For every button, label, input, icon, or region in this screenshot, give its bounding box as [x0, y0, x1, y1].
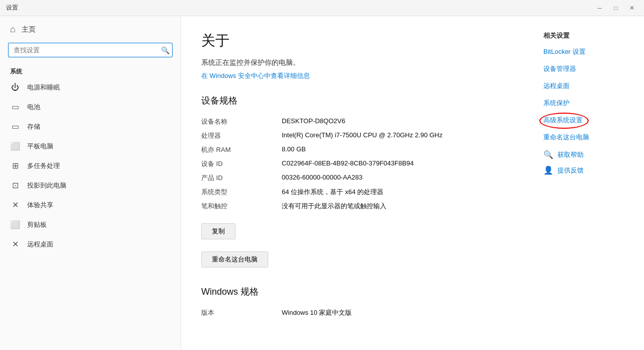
title-bar: 设置 ─ □ ✕ — [0, 0, 644, 16]
device-id-label: 设备 ID — [201, 159, 282, 168]
battery-icon: ▭ — [10, 102, 20, 112]
sidebar-item-remote[interactable]: ✕ 远程桌面 — [0, 234, 181, 254]
bitlocker-link[interactable]: BitLocker 设置 — [543, 47, 634, 56]
feedback-icon: 👤 — [543, 165, 553, 175]
windows-version-label: 版本 — [201, 308, 282, 317]
window-title: 设置 — [6, 4, 18, 12]
windows-version-row: 版本 Windows 10 家庭中文版 — [201, 306, 513, 320]
tablet-icon: ⬜ — [10, 141, 20, 151]
advanced-settings-text: 高级系统设置 — [543, 116, 583, 125]
sidebar-home-label: 主页 — [22, 25, 36, 34]
sidebar-item-multitask[interactable]: ⊞ 多任务处理 — [0, 156, 181, 176]
sidebar-item-label: 远程桌面 — [27, 240, 53, 249]
content-area: ⌂ 主页 🔍 系统 ⏻ 电源和睡眠 ▭ 电池 ▭ 存储 — [0, 16, 644, 350]
power-icon: ⏻ — [10, 83, 20, 92]
sidebar-item-storage[interactable]: ▭ 存储 — [0, 117, 181, 136]
device-id-row: 设备 ID C022964F-08EB-4B92-8CB0-379F043F8B… — [201, 157, 513, 171]
processor-label: 处理器 — [201, 131, 282, 140]
window-controls: ─ □ ✕ — [594, 2, 638, 14]
sidebar-item-label: 剪贴板 — [27, 220, 47, 229]
processor-value: Intel(R) Core(TM) i7-7500U CPU @ 2.70GHz… — [282, 131, 513, 140]
sidebar-section-title: 系统 — [0, 63, 181, 78]
windows-version-value: Windows 10 家庭中文版 — [282, 308, 513, 317]
sidebar-item-label: 存储 — [27, 122, 40, 131]
device-manager-link[interactable]: 设备管理器 — [543, 64, 634, 73]
processor-row: 处理器 Intel(R) Core(TM) i7-7500U CPU @ 2.7… — [201, 129, 513, 143]
share-icon: ✕ — [10, 200, 20, 210]
storage-icon: ▭ — [10, 122, 20, 131]
sidebar-item-project[interactable]: ⊡ 投影到此电脑 — [0, 176, 181, 195]
device-specs-title: 设备规格 — [201, 95, 513, 107]
system-type-value: 64 位操作系统，基于 x64 的处理器 — [282, 188, 513, 197]
ram-label: 机亦 RAM — [201, 145, 282, 154]
clipboard-icon: ⬜ — [10, 220, 20, 229]
feedback-label: 提供反馈 — [557, 166, 584, 175]
sidebar-item-tablet[interactable]: ⬜ 平板电脑 — [0, 136, 181, 156]
maximize-button[interactable]: □ — [610, 2, 622, 14]
help-icon: 🔍 — [543, 150, 553, 159]
sidebar-item-share[interactable]: ✕ 体验共享 — [0, 195, 181, 215]
related-settings-panel: 相关设置 BitLocker 设置 设备管理器 远程桌面 系统保护 高级系统设置… — [533, 16, 644, 350]
search-box: 🔍 — [8, 43, 173, 57]
system-protection-link[interactable]: 系统保护 — [543, 99, 634, 108]
main-content: 关于 系统正在监控并保护你的电脑。 在 Windows 安全中心中查看详细信息 … — [181, 16, 533, 350]
product-id-row: 产品 ID 00326-60000-00000-AA283 — [201, 171, 513, 185]
search-icon[interactable]: 🔍 — [161, 46, 170, 54]
security-center-link[interactable]: 在 Windows 安全中心中查看详细信息 — [201, 71, 513, 80]
advanced-settings-link[interactable]: 高级系统设置 — [543, 116, 634, 125]
sidebar: ⌂ 主页 🔍 系统 ⏻ 电源和睡眠 ▭ 电池 ▭ 存储 — [0, 16, 181, 350]
rename-pc-link[interactable]: 重命名这台电脑 — [543, 133, 634, 142]
device-name-label: 设备名称 — [201, 117, 282, 126]
product-id-label: 产品 ID — [201, 173, 282, 183]
remote-desktop-link[interactable]: 远程桌面 — [543, 81, 634, 91]
sidebar-item-label: 电源和睡眠 — [27, 83, 60, 92]
home-icon: ⌂ — [10, 24, 16, 35]
pen-touch-label: 笔和触控 — [201, 202, 282, 211]
sidebar-item-label: 电池 — [27, 103, 40, 112]
sidebar-home[interactable]: ⌂ 主页 — [0, 16, 181, 43]
sidebar-item-battery[interactable]: ▭ 电池 — [0, 97, 181, 117]
device-id-value: C022964F-08EB-4B92-8CB0-379F043F8B94 — [282, 159, 513, 168]
copy-button[interactable]: 复制 — [201, 223, 235, 239]
pen-touch-value: 没有可用于此显示器的笔或触控输入 — [282, 202, 513, 211]
security-status: 系统正在监控并保护你的电脑。 — [201, 58, 513, 67]
feedback-link[interactable]: 👤 提供反馈 — [543, 165, 634, 175]
close-button[interactable]: ✕ — [626, 2, 638, 14]
page-title: 关于 — [201, 31, 513, 50]
device-info-table: 设备名称 DESKTOP-D8QO2V6 处理器 Intel(R) Core(T… — [201, 115, 513, 213]
sidebar-item-label: 体验共享 — [27, 201, 53, 210]
windows-specs-title: Windows 规格 — [201, 286, 513, 298]
sidebar-item-label: 平板电脑 — [27, 142, 53, 151]
product-id-value: 00326-60000-00000-AA283 — [282, 173, 513, 183]
help-feedback-section: 🔍 获取帮助 👤 提供反馈 — [543, 150, 634, 175]
minimize-button[interactable]: ─ — [594, 2, 606, 14]
rename-pc-button[interactable]: 重命名这台电脑 — [201, 251, 268, 268]
ram-value: 8.00 GB — [282, 145, 513, 154]
system-type-row: 系统类型 64 位操作系统，基于 x64 的处理器 — [201, 185, 513, 199]
remote-icon: ✕ — [10, 239, 20, 249]
pen-touch-row: 笔和触控 没有可用于此显示器的笔或触控输入 — [201, 199, 513, 213]
project-icon: ⊡ — [10, 181, 20, 190]
sidebar-item-label: 多任务处理 — [27, 161, 60, 170]
get-help-label: 获取帮助 — [557, 150, 584, 159]
multitask-icon: ⊞ — [10, 161, 20, 170]
get-help-link[interactable]: 🔍 获取帮助 — [543, 150, 634, 159]
sidebar-item-clipboard[interactable]: ⬜ 剪贴板 — [0, 215, 181, 234]
related-title: 相关设置 — [543, 31, 634, 40]
sidebar-item-power[interactable]: ⏻ 电源和睡眠 — [0, 78, 181, 97]
settings-window: 设置 ─ □ ✕ ⌂ 主页 🔍 系统 ⏻ 电源和睡眠 — [0, 0, 644, 350]
system-type-label: 系统类型 — [201, 188, 282, 197]
device-name-row: 设备名称 DESKTOP-D8QO2V6 — [201, 115, 513, 129]
search-input[interactable] — [8, 43, 173, 57]
sidebar-item-label: 投影到此电脑 — [27, 181, 66, 190]
ram-row: 机亦 RAM 8.00 GB — [201, 143, 513, 157]
device-name-value: DESKTOP-D8QO2V6 — [282, 117, 513, 126]
